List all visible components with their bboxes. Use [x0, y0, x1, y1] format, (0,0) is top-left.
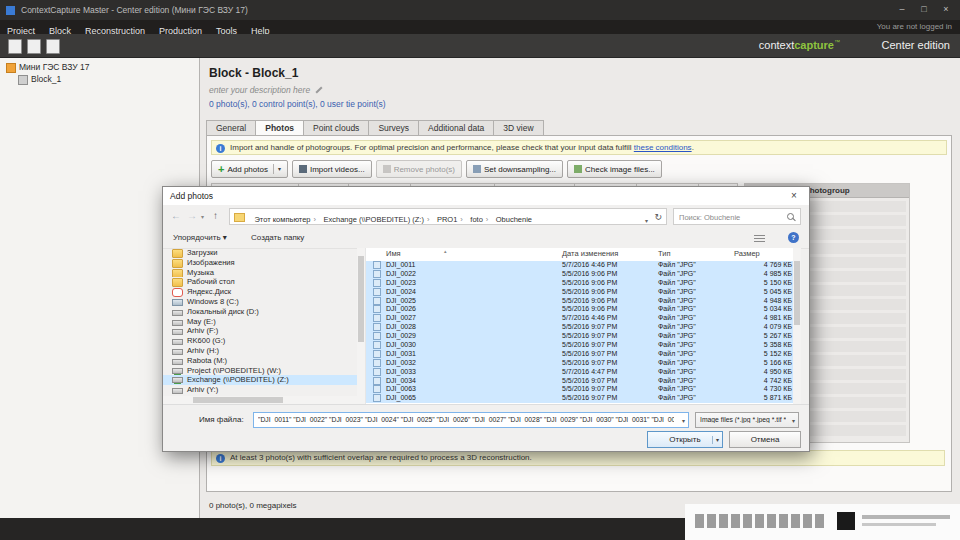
search-box[interactable]: [673, 208, 801, 225]
breadcrumb-obuchenie[interactable]: Obuchenie: [494, 215, 534, 224]
file-row[interactable]: DJI_0031 5/5/2016 9:07 PM Файл "JPG" 5 1…: [366, 350, 801, 359]
sidebar-place-item[interactable]: Rabota (M:): [163, 356, 357, 366]
tab-general[interactable]: General: [206, 120, 255, 136]
file-row[interactable]: DJI_0034 5/5/2016 9:07 PM Файл "JPG" 4 7…: [366, 377, 801, 386]
jpg-file-icon: [373, 332, 381, 340]
column-date-modified[interactable]: Дата изменения: [562, 249, 618, 258]
breadcrumb-pro1[interactable]: PRO1: [435, 215, 459, 224]
new-project-icon[interactable]: [8, 39, 22, 54]
dialog-title-bar[interactable]: Add photos ×: [163, 187, 809, 205]
dialog-footer: Имя файла: "DJI_0011" "DJI_0022" "DJI_00…: [163, 404, 809, 451]
scrollbar-thumb[interactable]: [794, 261, 800, 325]
check-image-files-button[interactable]: Check image files...: [567, 160, 662, 178]
search-input[interactable]: [677, 210, 786, 225]
dialog-close-button[interactable]: ×: [779, 187, 809, 205]
organize-button[interactable]: Упорядочить ▾: [173, 233, 227, 242]
cancel-button[interactable]: Отмена: [729, 431, 801, 448]
filename-dropdown-icon[interactable]: ▾: [682, 417, 685, 424]
tab-3d-view[interactable]: 3D view: [493, 120, 543, 136]
login-status-text[interactable]: You are not logged in: [877, 20, 952, 34]
application-window: ContextCapture Master - Center edition (…: [0, 0, 960, 540]
close-button[interactable]: ×: [936, 3, 956, 17]
file-type-filter-dropdown[interactable]: Image files (*.jpg *.jpeg *.tif *.ti ▾: [695, 412, 799, 428]
add-photos-button[interactable]: + Add photos ▾: [211, 160, 288, 178]
sidebar-place-item[interactable]: Windows 8 (C:): [163, 297, 357, 307]
tree-item-block[interactable]: Block_1: [0, 73, 230, 85]
file-row[interactable]: DJI_0028 5/5/2016 9:07 PM Файл "JPG" 4 0…: [366, 323, 801, 332]
back-icon[interactable]: ←: [171, 210, 181, 221]
sidebar-scrollbar[interactable]: [357, 248, 365, 404]
sidebar-horizontal-scrollbar[interactable]: [163, 396, 357, 404]
description-placeholder[interactable]: enter your description here: [209, 85, 323, 95]
add-photos-menu-caret[interactable]: ▾: [273, 164, 281, 174]
file-type: Файл "JPG": [658, 270, 696, 279]
open-project-icon[interactable]: [27, 39, 41, 54]
file-row[interactable]: DJI_0025 5/5/2016 9:06 PM Файл "JPG" 4 9…: [366, 297, 801, 306]
tab-additional-data[interactable]: Additional data: [418, 120, 493, 136]
sidebar-place-item[interactable]: Arhiv (Y:): [163, 385, 357, 395]
sidebar-place-item[interactable]: Изображения: [163, 258, 357, 268]
sidebar-place-item[interactable]: Arhiv (F:): [163, 326, 357, 336]
sidebar-place-item[interactable]: Яндекс.Диск: [163, 287, 357, 297]
sidebar-place-item[interactable]: Exchange (\\POBEDITEL) (Z:): [163, 375, 357, 385]
scrollbar-thumb[interactable]: [358, 256, 364, 342]
breadcrumb-foto[interactable]: foto: [468, 215, 485, 224]
help-icon[interactable]: ?: [788, 232, 799, 243]
new-folder-button[interactable]: Создать папку: [251, 233, 304, 242]
sidebar-place-item[interactable]: Загрузки: [163, 248, 357, 258]
file-row[interactable]: DJI_0063 5/5/2016 9:07 PM Файл "JPG" 4 7…: [366, 385, 801, 394]
file-row[interactable]: DJI_0033 5/7/2016 4:47 PM Файл "JPG" 4 9…: [366, 368, 801, 377]
import-videos-button[interactable]: Import videos...: [292, 160, 372, 178]
maximize-button[interactable]: □: [914, 3, 934, 17]
address-breadcrumb[interactable]: Этот компьютер› Exchange (\\POBEDITEL) (…: [229, 208, 667, 225]
file-row[interactable]: DJI_0024 5/5/2016 9:06 PM Файл "JPG" 5 0…: [366, 288, 801, 297]
tab-photos[interactable]: Photos: [255, 120, 303, 136]
edit-pencil-icon[interactable]: [316, 86, 323, 93]
filename-combobox[interactable]: "DJI_0011" "DJI_0022" "DJI_0023" "DJI_00…: [253, 412, 689, 428]
save-project-icon[interactable]: [46, 39, 60, 54]
file-row[interactable]: DJI_0023 5/5/2016 9:06 PM Файл "JPG" 5 1…: [366, 279, 801, 288]
file-row[interactable]: DJI_0011 5/7/2016 4:46 PM Файл "JPG" 4 7…: [366, 261, 801, 270]
open-button[interactable]: Открыть ▾: [647, 431, 723, 448]
sidebar-place-item[interactable]: Рабочий стол: [163, 277, 357, 287]
sidebar-place-item[interactable]: Arhiv (H:): [163, 346, 357, 356]
block-summary-link[interactable]: 0 photo(s), 0 control point(s), 0 user t…: [209, 99, 386, 109]
up-icon[interactable]: ↑: [213, 210, 218, 221]
column-size[interactable]: Размер: [734, 249, 760, 258]
breadcrumb-this-pc[interactable]: Этот компьютер: [252, 215, 312, 224]
file-row[interactable]: DJI_0022 5/5/2016 9:06 PM Файл "JPG" 4 9…: [366, 270, 801, 279]
forward-icon[interactable]: →: [187, 210, 197, 221]
refresh-icon[interactable]: ↻: [654, 210, 662, 225]
set-downsampling-button[interactable]: Set downsampling...: [466, 160, 563, 178]
file-type: Файл "JPG": [658, 279, 696, 288]
file-row[interactable]: DJI_0032 5/5/2016 9:07 PM Файл "JPG" 5 1…: [366, 359, 801, 368]
file-row[interactable]: DJI_0029 5/5/2016 9:07 PM Файл "JPG" 5 2…: [366, 332, 801, 341]
history-caret-icon[interactable]: ▾: [201, 213, 204, 220]
tree-item-project[interactable]: Мини ГЭС ВЗУ 17: [0, 61, 218, 73]
scrollbar-thumb[interactable]: [193, 397, 283, 403]
file-row[interactable]: DJI_0065 5/5/2016 9:07 PM Файл "JPG" 5 8…: [366, 394, 801, 403]
file-name: DJI_0065: [386, 394, 416, 403]
sidebar-place-item[interactable]: Музыка: [163, 268, 357, 278]
filter-dropdown-icon[interactable]: ▾: [792, 417, 795, 424]
minimize-button[interactable]: –: [892, 3, 912, 17]
sidebar-place-item[interactable]: Project (\\POBEDITEL) (W:): [163, 366, 357, 376]
jpg-file-icon: [373, 279, 381, 287]
breadcrumb-exchange[interactable]: Exchange (\\POBEDITEL) (Z:): [322, 215, 426, 224]
open-button-caret-icon[interactable]: ▾: [712, 436, 719, 444]
sidebar-place-item[interactable]: Локальный диск (D:): [163, 307, 357, 317]
view-options-icon[interactable]: [754, 235, 765, 243]
file-list-scrollbar[interactable]: [793, 248, 801, 404]
file-row[interactable]: DJI_0030 5/5/2016 9:07 PM Файл "JPG" 5 3…: [366, 341, 801, 350]
sidebar-place-item[interactable]: RK600 (G:): [163, 336, 357, 346]
file-row[interactable]: DJI_0027 5/7/2016 4:46 PM Файл "JPG" 4 9…: [366, 314, 801, 323]
tab-point-clouds[interactable]: Point clouds: [303, 120, 368, 136]
column-name[interactable]: Имя: [386, 249, 401, 258]
conditions-link[interactable]: these conditions: [634, 143, 692, 152]
jpg-file-icon: [373, 261, 381, 269]
address-dropdown-icon[interactable]: ▾: [645, 214, 648, 225]
file-row[interactable]: DJI_0026 5/5/2016 9:06 PM Файл "JPG" 5 0…: [366, 305, 801, 314]
column-type[interactable]: Тип: [658, 249, 671, 258]
tab-surveys[interactable]: Surveys: [368, 120, 418, 136]
sidebar-place-item[interactable]: May (E:): [163, 317, 357, 327]
